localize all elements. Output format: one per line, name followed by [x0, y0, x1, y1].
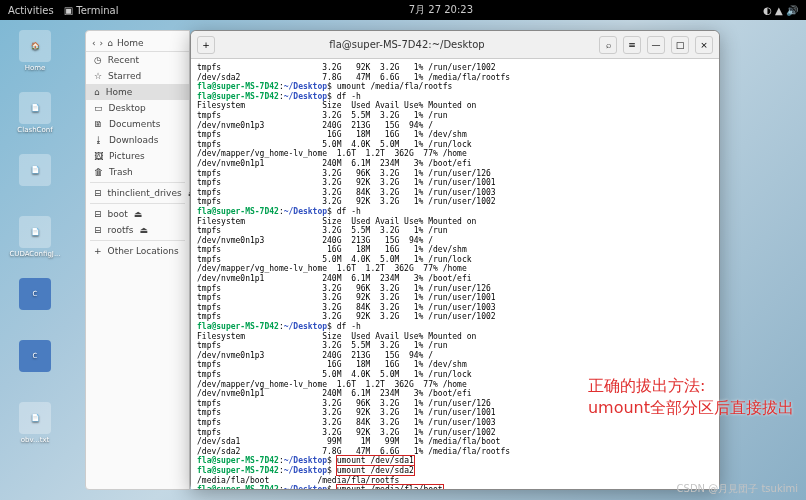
close-button[interactable]: ×: [695, 36, 713, 54]
gnome-topbar: Activities ▣ Terminal 7月 27 20:23 ◐ ▲ 🔊: [0, 0, 806, 20]
clock[interactable]: 7月 27 20:23: [409, 3, 473, 17]
sidebar-item-label: Starred: [108, 71, 141, 81]
icon-label: CUDAConfigJ...: [9, 250, 60, 258]
sidebar-item-boot[interactable]: ⊟boot⏏: [86, 206, 189, 222]
sidebar-item-trash[interactable]: 🗑Trash: [86, 164, 189, 180]
clock-icon: ◷: [94, 55, 102, 65]
sidebar-item-label: Downloads: [109, 135, 158, 145]
system-tray[interactable]: ◐ ▲ 🔊: [763, 5, 798, 16]
home-icon: ⌂: [94, 87, 100, 97]
desktop-icon[interactable]: 🏠Home: [10, 30, 60, 80]
back-icon[interactable]: ‹: [92, 38, 96, 48]
sidebar-item-thinclient[interactable]: ⊟thinclient_drives⏏: [86, 185, 189, 201]
file-manager-sidebar: ‹ › ⌂ Home ◷Recent ☆Starred ⌂Home ▭Deskt…: [85, 30, 190, 490]
maximize-button[interactable]: □: [671, 36, 689, 54]
icon-label: Home: [25, 64, 46, 72]
eject-icon[interactable]: ⏏: [134, 209, 143, 219]
desktop-icons: 🏠Home 📄ClashConf 📄 📄CUDAConfigJ... C C 📄…: [10, 30, 60, 464]
sidebar-item-desktop[interactable]: ▭Desktop: [86, 100, 189, 116]
watermark: CSDN @月見団子 tsukimi: [677, 482, 798, 496]
file-icon: 📄: [19, 92, 51, 124]
fm-path-bar[interactable]: ‹ › ⌂ Home: [86, 35, 189, 52]
sidebar-item-starred[interactable]: ☆Starred: [86, 68, 189, 84]
c-file-icon: C: [19, 278, 51, 310]
activities-label[interactable]: Activities: [8, 5, 54, 16]
sidebar-item-pictures[interactable]: 🖼Pictures: [86, 148, 189, 164]
search-button[interactable]: ⌕: [599, 36, 617, 54]
sidebar-item-downloads[interactable]: ⭳Downloads: [86, 132, 189, 148]
icon-label: obv...txt: [21, 436, 50, 444]
terminal-output[interactable]: tmpfs 3.2G 92K 3.2G 1% /run/user/1002 /d…: [191, 59, 719, 489]
desktop-icon: ▭: [94, 103, 103, 113]
trash-icon: 🗑: [94, 167, 103, 177]
sidebar-item-documents[interactable]: 🗎Documents: [86, 116, 189, 132]
terminal-titlebar[interactable]: + fla@super-MS-7D42:~/Desktop ⌕ ≡ — □ ×: [191, 31, 719, 59]
path-label: Home: [117, 38, 144, 48]
desktop-icon[interactable]: 📄ClashConf: [10, 92, 60, 142]
file-icon: 📄: [19, 402, 51, 434]
sidebar-item-label: Desktop: [109, 103, 146, 113]
forward-icon[interactable]: ›: [100, 38, 104, 48]
desktop-icon[interactable]: 📄CUDAConfigJ...: [10, 216, 60, 266]
desktop-icon[interactable]: 📄: [10, 154, 60, 204]
download-icon: ⭳: [94, 135, 103, 145]
sidebar-item-label: Documents: [109, 119, 160, 129]
icon-label: ClashConf: [17, 126, 52, 134]
terminal-label: Terminal: [76, 5, 118, 16]
annotation-text: 正确的拔出方法: umount全部分区后直接拔出: [588, 375, 794, 420]
sidebar-item-label: thinclient_drives: [108, 188, 182, 198]
sidebar-item-label: Pictures: [109, 151, 145, 161]
file-icon: 📄: [19, 216, 51, 248]
menu-button[interactable]: ≡: [623, 36, 641, 54]
sidebar-item-other[interactable]: +Other Locations: [86, 243, 189, 259]
eject-icon[interactable]: ⏏: [139, 225, 148, 235]
new-tab-button[interactable]: +: [197, 36, 215, 54]
star-icon: ☆: [94, 71, 102, 81]
sidebar-item-label: Other Locations: [108, 246, 179, 256]
home-folder-icon: 🏠: [19, 30, 51, 62]
drive-icon: ⊟: [94, 225, 102, 235]
terminal-window: + fla@super-MS-7D42:~/Desktop ⌕ ≡ — □ × …: [190, 30, 720, 490]
sidebar-item-label: rootfs: [108, 225, 134, 235]
pictures-icon: 🖼: [94, 151, 103, 161]
window-title: fla@super-MS-7D42:~/Desktop: [221, 39, 593, 50]
minimize-button[interactable]: —: [647, 36, 665, 54]
terminal-icon: ▣: [64, 5, 73, 16]
annotation-line: 正确的拔出方法:: [588, 375, 794, 397]
sidebar-item-rootfs[interactable]: ⊟rootfs⏏: [86, 222, 189, 238]
file-icon: 📄: [19, 154, 51, 186]
sidebar-item-home[interactable]: ⌂Home: [86, 84, 189, 100]
sidebar-item-label: boot: [108, 209, 128, 219]
sidebar-item-label: Home: [106, 87, 133, 97]
sidebar-item-recent[interactable]: ◷Recent: [86, 52, 189, 68]
plus-icon: +: [94, 246, 102, 256]
c-file-icon: C: [19, 340, 51, 372]
documents-icon: 🗎: [94, 119, 103, 129]
desktop-icon[interactable]: 📄obv...txt: [10, 402, 60, 452]
drive-icon: ⊟: [94, 209, 102, 219]
desktop-icon[interactable]: C: [10, 340, 60, 390]
terminal-indicator[interactable]: ▣ Terminal: [64, 5, 119, 16]
sidebar-item-label: Trash: [109, 167, 133, 177]
annotation-line: umount全部分区后直接拔出: [588, 397, 794, 419]
sidebar-item-label: Recent: [108, 55, 139, 65]
drive-icon: ⊟: [94, 188, 102, 198]
home-icon: ⌂: [107, 38, 113, 48]
desktop-icon[interactable]: C: [10, 278, 60, 328]
